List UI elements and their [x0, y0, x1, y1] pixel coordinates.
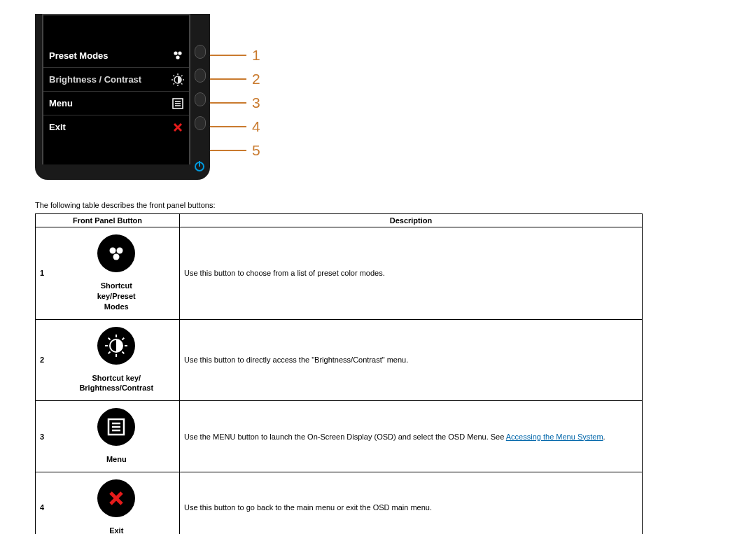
row-icon-cell: Menu: [54, 401, 180, 472]
row-description: Use this button to choose from a list of…: [180, 227, 643, 320]
svg-point-19: [117, 248, 123, 254]
svg-point-20: [113, 254, 120, 260]
row-label: Shortcut key/Brightness/Contrast: [58, 373, 176, 394]
svg-point-2: [176, 55, 179, 59]
exit-icon: [171, 120, 185, 134]
callout-number: 3: [252, 94, 260, 111]
row-description: Use this button to directly access the "…: [180, 319, 643, 401]
callout-number: 4: [252, 118, 260, 135]
side-buttons: [195, 45, 206, 130]
exit-icon: [97, 479, 135, 517]
row-label: Exit: [58, 526, 176, 534]
osd-label: Menu: [49, 98, 73, 108]
osd-label: Brightness / Contrast: [49, 74, 141, 85]
table-header-description: Description: [180, 214, 643, 227]
monitor-screen: Preset Modes Brightness / Contrast Menu: [42, 14, 190, 164]
svg-point-18: [110, 248, 116, 254]
osd-row-brightness: Brightness / Contrast: [43, 67, 189, 91]
svg-line-8: [174, 75, 175, 76]
row-label: Menu: [58, 454, 176, 465]
callout-number: 5: [252, 142, 260, 159]
row-description: Use the MENU button to launch the On-Scr…: [180, 401, 643, 472]
row-icon-cell: Shortcut key/Brightness/Contrast: [54, 319, 180, 401]
menu-icon: [97, 408, 135, 446]
svg-line-10: [181, 75, 183, 76]
brightness-icon: [171, 73, 185, 87]
brightness-icon: [97, 327, 135, 365]
svg-line-9: [181, 83, 183, 85]
svg-line-28: [122, 337, 125, 339]
row-number: 2: [36, 319, 54, 401]
row-icon-cell: Exit: [54, 472, 180, 534]
buttons-table: Front Panel Button Description 1 Shortcu…: [35, 213, 643, 534]
svg-point-1: [178, 51, 181, 55]
preset-modes-icon: [171, 48, 185, 62]
svg-line-29: [108, 351, 111, 353]
osd-label: Preset Modes: [49, 50, 108, 61]
table-header-button: Front Panel Button: [36, 214, 180, 227]
row-label: Shortcutkey/PresetModes: [58, 281, 176, 312]
svg-point-0: [174, 51, 177, 55]
panel-button: [195, 92, 206, 106]
svg-line-11: [174, 83, 175, 85]
panel-button: [195, 116, 206, 130]
row-number: 3: [36, 401, 54, 472]
monitor-diagram: Preset Modes Brightness / Contrast Menu: [0, 0, 756, 201]
osd-row-preset: Preset Modes: [43, 43, 189, 67]
svg-line-27: [122, 351, 125, 353]
preset-modes-icon: [97, 234, 135, 272]
callout-number: 1: [252, 47, 260, 64]
panel-button: [195, 45, 206, 59]
svg-line-26: [108, 337, 111, 339]
osd-row-menu: Menu: [43, 91, 189, 115]
diagram-callouts: 1 2 3 4 5: [210, 14, 260, 162]
panel-button: [195, 69, 206, 83]
table-row: 2 Shortcut key/Brightness/Contrast Use t…: [36, 319, 643, 401]
menu-icon: [171, 97, 185, 111]
power-icon: [195, 162, 204, 171]
callout-number: 2: [252, 71, 260, 87]
osd-label: Exit: [49, 122, 66, 132]
menu-system-link[interactable]: Accessing the Menu System: [506, 433, 603, 441]
intro-text: The following table describes the front …: [0, 201, 756, 213]
row-description: Use this button to go back to the main m…: [180, 472, 643, 534]
row-number: 4: [36, 472, 54, 534]
osd-row-exit: Exit: [43, 115, 189, 139]
table-row: 3 Menu Use the MENU button to launch the…: [36, 401, 643, 472]
row-icon-cell: Shortcutkey/PresetModes: [54, 227, 180, 320]
table-row: 1 Shortcutkey/PresetModes Use this butto…: [36, 227, 643, 320]
table-row: 4 Exit Use this button to go back to the…: [36, 472, 643, 534]
monitor-bezel: Preset Modes Brightness / Contrast Menu: [35, 14, 210, 180]
row-number: 1: [36, 227, 54, 320]
